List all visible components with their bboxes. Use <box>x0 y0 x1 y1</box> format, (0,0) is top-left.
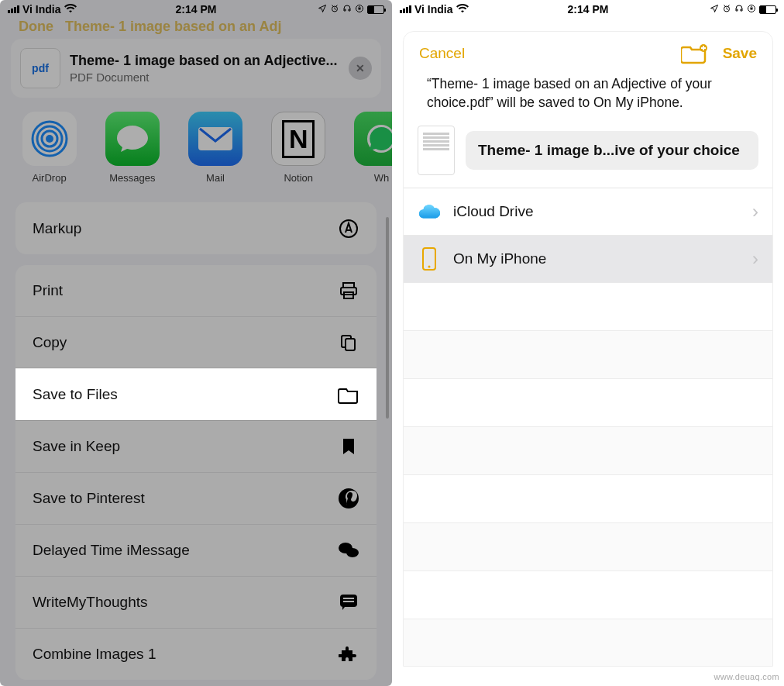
alarm-icon <box>330 4 339 16</box>
action-copy[interactable]: Copy <box>15 316 377 368</box>
rotation-lock-icon <box>355 4 364 16</box>
messages-icon <box>105 112 160 166</box>
app-whatsapp[interactable]: Wh <box>352 112 392 184</box>
action-save-to-pinterest[interactable]: Save to Pinterest <box>15 472 377 524</box>
battery-icon <box>367 5 384 14</box>
rotation-lock-icon <box>747 4 756 16</box>
pdf-thumbnail: pdf <box>20 48 60 88</box>
action-delayed-imessage[interactable]: Delayed Time iMessage <box>15 524 377 576</box>
chevron-right-icon: › <box>752 248 758 270</box>
action-print[interactable]: Print <box>15 265 377 316</box>
action-markup-group: Markup <box>15 202 377 254</box>
signal-icon <box>400 5 411 13</box>
wifi-icon <box>456 3 469 16</box>
app-label: Mail <box>206 172 225 184</box>
carrier-label: Vi India <box>22 3 61 16</box>
clock: 2:14 PM <box>176 3 217 16</box>
filename-input[interactable]: Theme- 1 image b...ive of your choice <box>466 131 758 170</box>
status-bar: Vi India 2:14 PM <box>392 0 784 19</box>
svg-point-3 <box>46 135 53 143</box>
location-icloud-drive[interactable]: iCloud Drive › <box>404 188 772 236</box>
new-folder-button[interactable] <box>681 43 707 64</box>
action-combine-images[interactable]: Combine Images 1 <box>15 628 377 680</box>
print-icon <box>338 280 359 302</box>
copy-icon <box>338 332 359 353</box>
mail-icon <box>188 112 242 166</box>
actions-list: Print Copy Save to Files Save in Keep Sa… <box>15 265 377 680</box>
location-icon <box>318 4 327 16</box>
watermark: www.deuaq.com <box>714 672 779 681</box>
share-sheet-screen: Vi India 2:14 PM Done Theme- 1 image bas… <box>0 0 392 686</box>
alarm-icon <box>722 4 731 16</box>
airdrop-icon <box>22 112 77 166</box>
svg-point-17 <box>346 548 359 557</box>
document-thumbnail <box>418 126 455 175</box>
svg-rect-2 <box>359 8 361 10</box>
headphones-icon <box>342 4 352 16</box>
app-label: AirDrop <box>33 172 67 184</box>
scrollbar[interactable] <box>386 217 389 419</box>
chevron-right-icon: › <box>752 201 758 222</box>
app-messages[interactable]: Messages <box>103 112 161 184</box>
save-to-files-screen: Vi India 2:14 PM Cancel Save “Theme- 1 i… <box>392 0 784 686</box>
app-mail[interactable]: Mail <box>186 112 244 184</box>
empty-rows <box>404 283 772 667</box>
note-icon <box>338 591 359 613</box>
whatsapp-icon <box>354 112 392 166</box>
svg-point-24 <box>428 266 431 268</box>
files-save-sheet: Cancel Save “Theme- 1 image based on an … <box>403 31 773 667</box>
close-button[interactable]: ✕ <box>349 57 372 80</box>
background-note: Done Theme- 1 image based on an Adj <box>0 19 392 39</box>
app-label: Notion <box>284 172 313 184</box>
phone-icon <box>418 249 441 269</box>
share-header: pdf Theme- 1 image based on an Adjective… <box>11 39 381 98</box>
share-title: Theme- 1 image based on an Adjective... <box>70 53 337 69</box>
share-apps-row[interactable]: AirDrop Messages Mail N Notion Wh <box>0 98 392 195</box>
chat-icon <box>338 539 359 561</box>
clock: 2:14 PM <box>568 3 609 16</box>
notion-icon: N <box>271 112 325 166</box>
markup-icon <box>338 218 359 240</box>
action-writemythoughts[interactable]: WriteMyThoughts <box>15 576 377 628</box>
cloud-icon <box>418 202 441 222</box>
location-on-my-iphone[interactable]: On My iPhone › <box>404 236 772 283</box>
cancel-button[interactable]: Cancel <box>419 45 465 62</box>
app-airdrop[interactable]: AirDrop <box>20 112 78 184</box>
svg-rect-14 <box>346 339 355 350</box>
location-icon <box>710 4 719 16</box>
share-subtitle: PDF Document <box>70 71 337 84</box>
carrier-label: Vi India <box>414 3 453 16</box>
battery-icon <box>759 5 776 14</box>
action-save-to-files[interactable]: Save to Files <box>15 368 377 420</box>
app-label: Messages <box>109 172 155 184</box>
folder-icon <box>338 384 359 405</box>
pinterest-icon <box>338 488 359 509</box>
svg-rect-21 <box>751 8 753 10</box>
puzzle-icon <box>338 643 359 665</box>
app-notion[interactable]: N Notion <box>270 112 328 184</box>
filename-row: Theme- 1 image b...ive of your choice <box>404 122 772 188</box>
status-bar: Vi India 2:14 PM <box>0 0 392 19</box>
action-markup[interactable]: Markup <box>15 202 377 254</box>
bookmark-icon <box>338 436 359 457</box>
headphones-icon <box>734 4 744 16</box>
wifi-icon <box>64 3 77 16</box>
save-message: “Theme- 1 image based on an Adjective of… <box>404 71 772 122</box>
signal-icon <box>8 5 19 13</box>
action-save-in-keep[interactable]: Save in Keep <box>15 420 377 472</box>
app-label: Wh <box>374 172 390 184</box>
save-button[interactable]: Save <box>723 45 757 62</box>
locations-list: iCloud Drive › On My iPhone › <box>404 188 772 283</box>
